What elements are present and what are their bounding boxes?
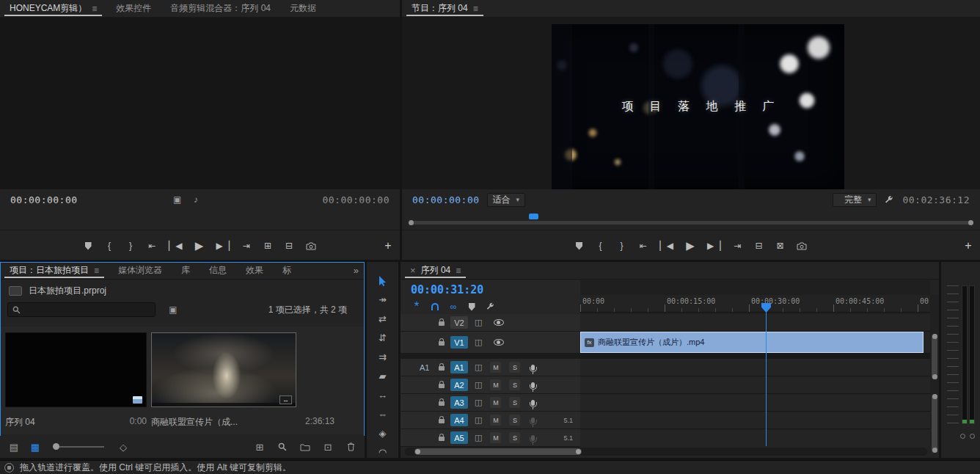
lane-v2[interactable]	[580, 314, 930, 332]
project-item-clip[interactable]: ↔ 商融联盟宣传片（成... 2:36:13	[151, 332, 334, 429]
project-item-grid[interactable]: 序列 04 0:00 ↔ 商融联盟宣传片（成... 2:36:13	[1, 327, 364, 434]
playback-resolution-select[interactable]: 完整 ▾	[833, 193, 877, 207]
timeline-settings-button[interactable]	[486, 302, 494, 311]
panel-menu-icon[interactable]: ≡	[473, 4, 478, 14]
play-button[interactable]: ▶	[195, 238, 204, 253]
track-target-a1[interactable]: A1	[450, 361, 468, 373]
lock-icon[interactable]	[439, 419, 445, 423]
search-input[interactable]	[25, 305, 150, 315]
add-marker-button[interactable]	[575, 238, 584, 253]
mute-button[interactable]: M	[490, 397, 501, 408]
lane-a5[interactable]	[580, 429, 930, 446]
mark-in-button[interactable]: {	[105, 238, 114, 253]
sync-lock-icon[interactable]: ◫	[475, 415, 482, 425]
lane-a2[interactable]	[580, 376, 930, 394]
step-back-button[interactable]: ▏◀	[660, 238, 673, 253]
mark-in-button[interactable]: {	[596, 238, 605, 253]
panel-menu-icon[interactable]: ≡	[94, 266, 99, 276]
snap-button[interactable]	[431, 303, 439, 310]
tab-audio-clip-mixer[interactable]: 音频剪辑混合器：序列 04	[161, 0, 280, 17]
tab-project[interactable]: 项目：日本旅拍项目 ≡	[0, 262, 109, 279]
track-header-a4[interactable]: A4 ◫ M S 5.1	[401, 412, 580, 429]
icon-view-button[interactable]: ▦	[30, 442, 40, 453]
slip-tool[interactable]: ↔	[375, 390, 391, 401]
sync-lock-icon[interactable]: ◫	[475, 362, 482, 372]
play-button[interactable]: ▶	[686, 238, 695, 253]
tab-source-clip[interactable]: HONEYCAM剪辑） ≡	[0, 0, 106, 17]
thumbnail-scrubber[interactable]	[152, 403, 296, 406]
eye-icon[interactable]	[494, 319, 504, 326]
track-target-v1[interactable]: V1	[450, 336, 468, 349]
settings-wrench-button[interactable]	[884, 195, 893, 205]
lane-v1[interactable]: fx 商融联盟宣传片（成片）.mp4	[580, 332, 930, 354]
program-playhead-marker[interactable]	[529, 214, 538, 219]
scrollbar-handle-left[interactable]	[409, 220, 414, 225]
sync-lock-icon[interactable]: ◫	[475, 318, 482, 327]
program-zoom-scrollbar[interactable]	[411, 221, 971, 225]
voiceover-record-icon[interactable]	[531, 435, 535, 441]
scrollbar-handle-right[interactable]	[968, 220, 973, 225]
new-bin-button[interactable]	[300, 443, 310, 451]
step-forward-button[interactable]: ▶▕	[216, 238, 230, 253]
solo-button[interactable]: S	[509, 432, 520, 443]
track-header-v1[interactable]: V1 ◫	[401, 332, 580, 354]
search-box[interactable]	[7, 302, 156, 317]
mute-button[interactable]: M	[490, 379, 501, 390]
close-icon[interactable]: ×	[410, 265, 416, 276]
nest-toggle-button[interactable]: *	[412, 303, 421, 310]
drag-video-icon[interactable]: ▣	[173, 194, 181, 205]
go-to-out-button[interactable]: ⇥	[242, 238, 251, 253]
timeline-clip[interactable]: fx 商融联盟宣传片（成片）.mp4	[580, 332, 924, 353]
tab-markers[interactable]: 标	[273, 262, 301, 279]
overwrite-button[interactable]: ⊟	[285, 238, 293, 253]
go-to-in-button[interactable]: ⇤	[639, 238, 648, 253]
button-editor-button[interactable]: +	[964, 238, 973, 253]
track-target-v2[interactable]: V2	[450, 316, 468, 329]
item-name[interactable]: 序列 04	[5, 416, 35, 429]
panel-menu-icon[interactable]: ≡	[92, 4, 97, 14]
voiceover-record-icon[interactable]	[531, 365, 535, 371]
eye-icon[interactable]	[494, 339, 504, 346]
track-target-a4[interactable]: A4	[450, 414, 468, 426]
selection-tool[interactable]	[375, 275, 391, 286]
sequence-thumbnail[interactable]	[5, 332, 147, 407]
tab-info[interactable]: 信息	[200, 262, 236, 279]
lock-icon[interactable]	[439, 321, 445, 326]
source-patch-a1[interactable]: A1	[420, 363, 439, 372]
tab-effects[interactable]: 效果	[236, 262, 273, 279]
hand-tool[interactable]: ◠	[375, 447, 391, 458]
new-item-button[interactable]: ⊡	[323, 442, 333, 453]
timeline-ruler[interactable]: 00:00 00:00:15:00 00:00:30:00 00:00:45:0…	[580, 295, 930, 313]
track-target-a2[interactable]: A2	[450, 379, 468, 391]
list-view-button[interactable]: ▤	[9, 442, 19, 453]
track-header-a3[interactable]: A3 ◫ M S	[401, 394, 580, 412]
export-frame-button[interactable]	[797, 238, 807, 253]
find-button[interactable]	[277, 442, 288, 451]
pen-tool[interactable]: ◈	[375, 428, 391, 439]
tab-overflow-chevron[interactable]: »	[348, 265, 365, 276]
panel-menu-icon[interactable]: ≡	[456, 266, 461, 276]
search-bin-button[interactable]: ▣	[164, 302, 182, 317]
tab-effect-controls[interactable]: 效果控件	[106, 0, 161, 17]
clip-thumbnail[interactable]: ↔	[151, 332, 296, 407]
linked-selection-button[interactable]: ∞	[449, 302, 458, 312]
add-marker-button[interactable]	[84, 238, 92, 253]
track-select-forward-tool[interactable]: ↠	[375, 294, 391, 305]
lane-a1[interactable]	[580, 359, 930, 376]
project-item-sequence[interactable]: 序列 04 0:00	[5, 332, 147, 429]
delete-button[interactable]	[345, 442, 356, 451]
program-mini-timeline[interactable]	[411, 213, 971, 226]
track-header-a5[interactable]: A5 ◫ M S 5.1	[401, 429, 580, 447]
go-to-out-button[interactable]: ⇥	[733, 238, 742, 253]
mark-out-button[interactable]: }	[126, 238, 135, 253]
button-editor-button[interactable]: +	[384, 238, 392, 253]
slider-knob[interactable]	[53, 443, 59, 450]
rate-stretch-tool[interactable]: ⇉	[375, 351, 391, 362]
automate-to-sequence-button[interactable]: ⊞	[255, 442, 265, 453]
scrub-handle-icon[interactable]: ↔	[279, 395, 292, 404]
voiceover-record-icon[interactable]	[531, 418, 535, 423]
track-header-a1[interactable]: A1 A1 ◫ M S	[401, 359, 580, 376]
lock-icon[interactable]	[439, 401, 445, 406]
track-target-a3[interactable]: A3	[450, 396, 468, 409]
step-forward-button[interactable]: ▶▕	[707, 238, 720, 253]
